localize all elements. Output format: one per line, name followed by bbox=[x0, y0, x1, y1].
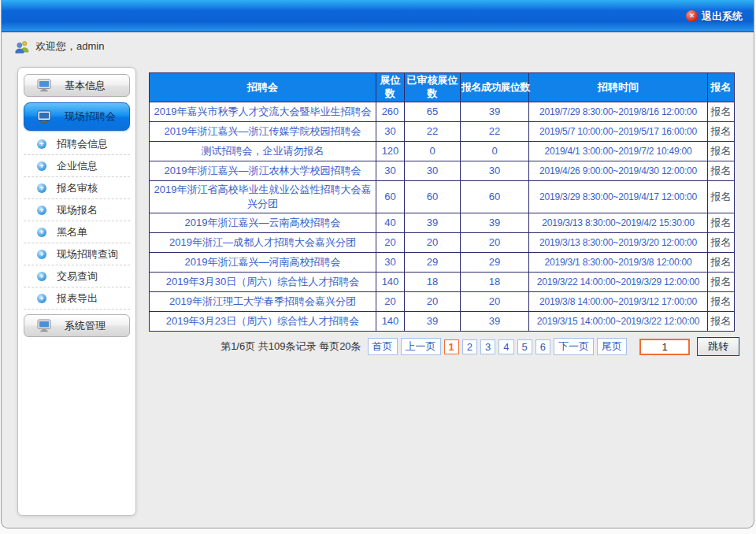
booth-count-cell: 40 bbox=[376, 213, 405, 233]
sidebar-subitem[interactable]: + 企业信息 bbox=[24, 155, 130, 177]
apply-link[interactable]: 报名 bbox=[708, 213, 735, 233]
plus-circle-icon: + bbox=[37, 228, 46, 237]
page-number-button[interactable]: 6 bbox=[536, 339, 550, 354]
success-count-cell: 0 bbox=[461, 142, 529, 161]
success-count-cell: 60 bbox=[461, 181, 529, 213]
approved-count-cell: 39 bbox=[405, 312, 461, 332]
sidebar-subitem[interactable]: + 黑名单 bbox=[24, 221, 130, 243]
col-header-success-booths: 报名成功展位数 bbox=[461, 73, 529, 102]
monitor-icon bbox=[37, 319, 52, 332]
first-page-button[interactable]: 首页 bbox=[368, 338, 398, 355]
apply-link[interactable]: 报名 bbox=[708, 102, 735, 122]
fair-name-link[interactable]: 2019年浙江嘉兴—浙江农林大学校园招聘会 bbox=[150, 161, 376, 181]
page-number-button[interactable]: 1 bbox=[444, 339, 459, 354]
table-row: 2019年3月30日（周六）综合性人才招聘会 140 18 18 2019/3/… bbox=[150, 273, 735, 292]
booth-count-cell: 140 bbox=[376, 273, 405, 292]
table-row: 2019年嘉兴市秋季人才交流大会暨毕业生招聘会 260 65 39 2019/7… bbox=[150, 102, 735, 122]
sidebar-item-system-management[interactable]: 系统管理 bbox=[24, 314, 130, 337]
fair-name-link[interactable]: 2019年浙江理工大学春季招聘会嘉兴分团 bbox=[150, 292, 376, 312]
apply-link[interactable]: 报名 bbox=[708, 142, 735, 161]
approved-count-cell: 20 bbox=[405, 233, 461, 253]
next-page-button[interactable]: 下一页 bbox=[554, 338, 594, 355]
page-number-button[interactable]: 3 bbox=[480, 339, 495, 354]
sidebar-item-label: 现场招聘会 bbox=[65, 109, 116, 124]
approved-count-cell: 18 bbox=[405, 273, 461, 292]
approved-count-cell: 60 bbox=[405, 181, 461, 213]
table-body: 2019年嘉兴市秋季人才交流大会暨毕业生招聘会 260 65 39 2019/7… bbox=[150, 102, 735, 332]
success-count-cell: 22 bbox=[461, 122, 529, 142]
sidebar-subitem-label: 现场招聘查询 bbox=[57, 247, 118, 261]
sidebar-subitem[interactable]: + 招聘会信息 bbox=[24, 133, 130, 155]
fair-name-link[interactable]: 2019年浙江嘉兴—云南高校招聘会 bbox=[150, 213, 376, 233]
apply-link[interactable]: 报名 bbox=[708, 233, 735, 253]
fair-name-link[interactable]: 2019年浙江省高校毕业生就业公益性招聘大会嘉兴分团 bbox=[150, 181, 376, 213]
prev-page-button[interactable]: 上一页 bbox=[401, 338, 441, 355]
sidebar-subitem[interactable]: + 报名审核 bbox=[24, 177, 130, 199]
logout-label: 退出系统 bbox=[702, 9, 743, 24]
welcome-text: 欢迎您，admin bbox=[35, 39, 104, 54]
recruit-time-cell: 2019/3/13 8:30:00~2019/4/2 15:30:00 bbox=[529, 213, 708, 233]
jobfair-table: 招聘会 展位数 已审核展位数 报名成功展位数 招聘时间 报名 2019年嘉兴市秋… bbox=[149, 72, 735, 332]
fair-name-link[interactable]: 2019年浙江嘉兴—浙江传媒学院校园招聘会 bbox=[150, 122, 376, 142]
booth-count-cell: 30 bbox=[376, 122, 405, 142]
sidebar-subitem-label: 报名审核 bbox=[57, 181, 98, 195]
monitor-icon bbox=[37, 79, 52, 92]
success-count-cell: 30 bbox=[461, 161, 529, 181]
recruit-time-cell: 2019/3/1 8:30:00~2019/3/8 12:00:00 bbox=[529, 253, 708, 273]
approved-count-cell: 0 bbox=[405, 142, 461, 161]
plus-circle-icon: + bbox=[37, 161, 46, 171]
recruit-time-cell: 2019/3/15 14:00:00~2019/3/22 12:00:00 bbox=[529, 312, 708, 332]
sidebar-subitem[interactable]: + 现场招聘查询 bbox=[24, 243, 130, 265]
welcome-bar: 欢迎您，admin bbox=[14, 35, 104, 57]
approved-count-cell: 65 bbox=[405, 102, 461, 122]
page-number-button[interactable]: 5 bbox=[517, 339, 532, 354]
booth-count-cell: 30 bbox=[376, 253, 405, 273]
success-count-cell: 20 bbox=[461, 292, 529, 312]
recruit-time-cell: 2019/4/1 3:00:00~2019/7/2 10:49:00 bbox=[529, 142, 708, 161]
table-row: 2019年浙江—成都人才招聘大会嘉兴分团 20 20 20 2019/3/13 … bbox=[150, 233, 735, 253]
apply-link[interactable]: 报名 bbox=[708, 312, 735, 332]
booth-count-cell: 60 bbox=[376, 181, 405, 213]
sidebar-item-basic-info[interactable]: 基本信息 bbox=[24, 74, 130, 97]
success-count-cell: 29 bbox=[461, 253, 529, 273]
recruit-time-cell: 2019/3/8 14:00:00~2019/3/12 17:00:00 bbox=[529, 292, 708, 312]
apply-link[interactable]: 报名 bbox=[708, 122, 735, 142]
users-icon bbox=[14, 40, 30, 54]
fair-name-link[interactable]: 2019年3月30日（周六）综合性人才招聘会 bbox=[150, 273, 376, 292]
recruit-time-cell: 2019/3/13 8:30:00~2019/3/20 12:00:00 bbox=[529, 233, 708, 253]
approved-count-cell: 30 bbox=[405, 161, 461, 181]
plus-circle-icon: + bbox=[37, 206, 46, 215]
table-row: 2019年浙江嘉兴—浙江农林大学校园招聘会 30 30 30 2019/4/26… bbox=[150, 161, 735, 181]
plus-circle-icon: + bbox=[37, 272, 46, 281]
sidebar-item-onsite-jobfair[interactable]: 现场招聘会 bbox=[24, 102, 130, 131]
approved-count-cell: 22 bbox=[405, 122, 461, 142]
pagination-bar: 第1/6页 共109条记录 每页20条 首页 上一页 123456 下一页 尾页… bbox=[149, 337, 739, 356]
fair-name-link[interactable]: 测试招聘会，企业请勿报名 bbox=[150, 142, 376, 161]
jump-button[interactable]: 跳转 bbox=[697, 337, 739, 356]
logout-button[interactable]: ✕ 退出系统 bbox=[686, 0, 743, 32]
sidebar-subitem[interactable]: + 报表导出 bbox=[24, 287, 130, 310]
last-page-button[interactable]: 尾页 bbox=[597, 338, 627, 355]
apply-link[interactable]: 报名 bbox=[708, 292, 735, 312]
jump-page-input[interactable] bbox=[639, 339, 690, 355]
apply-link[interactable]: 报名 bbox=[708, 181, 735, 213]
page-number-button[interactable]: 4 bbox=[498, 339, 513, 354]
sidebar-subitem[interactable]: + 现场报名 bbox=[24, 199, 130, 221]
fair-name-link[interactable]: 2019年浙江—成都人才招聘大会嘉兴分团 bbox=[150, 233, 376, 253]
booth-count-cell: 120 bbox=[376, 142, 405, 161]
fair-name-link[interactable]: 2019年嘉兴市秋季人才交流大会暨毕业生招聘会 bbox=[150, 102, 376, 122]
monitor-icon bbox=[37, 110, 52, 124]
sidebar-item-label: 基本信息 bbox=[65, 79, 106, 93]
success-count-cell: 39 bbox=[461, 102, 529, 122]
col-header-apply: 报名 bbox=[708, 73, 735, 102]
apply-link[interactable]: 报名 bbox=[708, 161, 735, 181]
page-number-button[interactable]: 2 bbox=[462, 339, 477, 354]
table-row: 2019年浙江理工大学春季招聘会嘉兴分团 20 20 20 2019/3/8 1… bbox=[150, 292, 735, 312]
fair-name-link[interactable]: 2019年浙江嘉兴—河南高校招聘会 bbox=[150, 253, 376, 273]
recruit-time-cell: 2019/3/22 14:00:00~2019/3/29 12:00:00 bbox=[529, 273, 708, 292]
apply-link[interactable]: 报名 bbox=[708, 273, 735, 292]
sidebar-subitem[interactable]: + 交易查询 bbox=[24, 265, 130, 287]
fair-name-link[interactable]: 2019年3月23日（周六）综合性人才招聘会 bbox=[150, 312, 376, 332]
sidebar-submenu: + 招聘会信息 + 企业信息 + 报名审核 + 现场报名 + 黑名单 + 现场招… bbox=[24, 133, 130, 310]
apply-link[interactable]: 报名 bbox=[708, 253, 735, 273]
